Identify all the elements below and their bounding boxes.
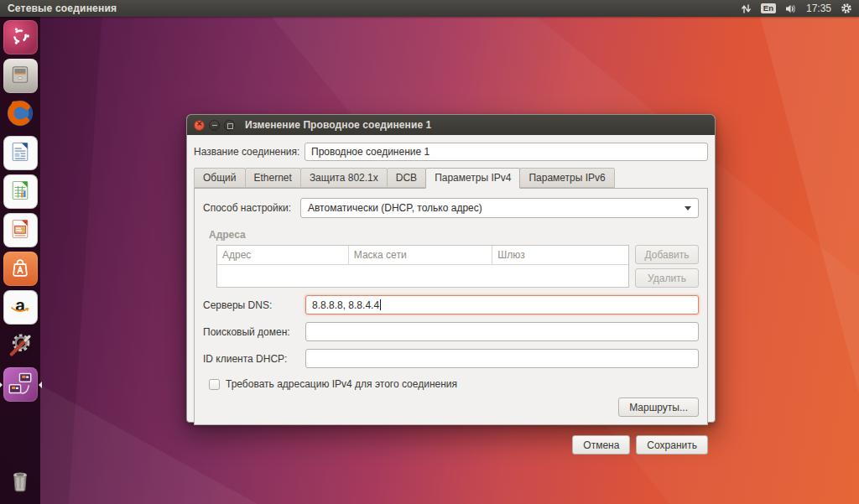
- dhcp-client-id-row: ID клиента DHCP:: [203, 349, 699, 368]
- connection-name-input[interactable]: Проводное соединение 1: [305, 143, 708, 161]
- addresses-table-header: Адрес Маска сети Шлюз: [217, 246, 628, 265]
- ipv4-tab-panel: Способ настройки: Автоматически (DHCP, т…: [194, 188, 708, 425]
- dns-label: Серверы DNS:: [203, 299, 305, 311]
- launcher-item-system-settings[interactable]: [3, 329, 38, 363]
- chevron-down-icon: [685, 206, 691, 210]
- tab-8021x-security[interactable]: Защита 802.1x: [300, 168, 388, 188]
- connection-name-row: Название соединения: Проводное соединени…: [194, 143, 708, 161]
- delete-address-button[interactable]: Удалить: [635, 268, 699, 288]
- column-header-gateway[interactable]: Шлюз: [492, 246, 628, 264]
- require-ipv4-checkbox[interactable]: [209, 379, 220, 390]
- dns-row: Серверы DNS: 8.8.8.8, 8.8.4.4: [203, 295, 699, 314]
- launcher-item-ubuntu-software-center[interactable]: [3, 252, 38, 286]
- addresses-buttons: Добавить Удалить: [635, 245, 699, 288]
- dialog-titlebar[interactable]: Изменение Проводное соединение 1: [187, 115, 715, 135]
- dns-servers-input[interactable]: 8.8.8.8, 8.8.4.4: [305, 295, 699, 314]
- launcher-item-trash[interactable]: [3, 465, 38, 499]
- method-label: Способ настройки:: [203, 202, 300, 214]
- tab-ethernet[interactable]: Ethernet: [245, 168, 301, 188]
- require-ipv4-label: Требовать адресацию IPv4 для этого соеди…: [226, 378, 457, 390]
- method-row: Способ настройки: Автоматически (DHCP, т…: [203, 198, 699, 218]
- addresses-area: Адрес Маска сети Шлюз Добавить Удалить: [216, 245, 699, 288]
- trash-can-icon: [8, 467, 33, 497]
- tab-ipv6-settings[interactable]: Параметры IPv6: [519, 168, 614, 188]
- running-indicator-arrow: [0, 382, 3, 388]
- launcher-item-dash-home[interactable]: [3, 20, 38, 55]
- save-button[interactable]: Сохранить: [636, 435, 708, 455]
- focused-indicator-arrow: [39, 382, 42, 388]
- panel-window-title: Сетевые соединения: [0, 3, 117, 14]
- calc-spreadsheet-icon: [8, 179, 32, 205]
- firefox-icon: [5, 98, 35, 132]
- dialog-body: Название соединения: Проводное соединени…: [187, 135, 715, 463]
- unity-launcher: a: [0, 17, 40, 504]
- volume-icon[interactable]: [785, 3, 797, 14]
- add-address-button[interactable]: Добавить: [635, 245, 699, 264]
- maximize-button[interactable]: [224, 120, 235, 131]
- addresses-section-label: Адреса: [209, 229, 699, 241]
- tab-bar: Общий Ethernet Защита 802.1x DCB Парамет…: [194, 168, 708, 188]
- dialog-title: Изменение Проводное соединение 1: [245, 119, 431, 131]
- cancel-button[interactable]: Отмена: [572, 435, 630, 455]
- indicator-tray: En 17:35: [741, 3, 859, 14]
- settings-gear-wrench-icon: [7, 331, 34, 361]
- minimize-button[interactable]: [209, 120, 220, 131]
- launcher-item-network-connections[interactable]: [3, 367, 38, 402]
- network-connections-icon: [8, 371, 33, 399]
- impress-presentation-icon: [8, 217, 32, 244]
- launcher-item-firefox[interactable]: [3, 97, 38, 132]
- launcher-item-files[interactable]: [3, 59, 38, 93]
- file-cabinet-icon: [9, 64, 31, 89]
- require-ipv4-row: Требовать адресацию IPv4 для этого соеди…: [209, 378, 699, 390]
- session-gear-icon[interactable]: [841, 3, 852, 14]
- column-header-netmask[interactable]: Маска сети: [349, 246, 493, 264]
- ubuntu-logo-icon: [10, 26, 30, 49]
- dhcp-client-id-input[interactable]: [305, 349, 699, 368]
- top-panel: Сетевые соединения En 17:35: [0, 0, 859, 17]
- search-domain-row: Поисковый домен:: [203, 322, 699, 341]
- dialog-actions: Отмена Сохранить: [194, 425, 708, 455]
- clock[interactable]: 17:35: [806, 3, 831, 14]
- amazon-smile-arrow-icon: [10, 303, 31, 318]
- routes-row: Маршруты...: [203, 397, 699, 417]
- dhcp-client-id-label: ID клиента DHCP:: [203, 353, 305, 365]
- edit-connection-dialog: Изменение Проводное соединение 1 Названи…: [186, 114, 716, 423]
- network-updown-icon[interactable]: [741, 3, 752, 14]
- connection-name-label: Название соединения:: [194, 146, 305, 158]
- tab-dcb[interactable]: DCB: [387, 168, 426, 188]
- tab-general[interactable]: Общий: [194, 168, 246, 188]
- launcher-item-libreoffice-writer[interactable]: [3, 136, 38, 170]
- addresses-table[interactable]: Адрес Маска сети Шлюз: [216, 245, 629, 288]
- launcher-item-libreoffice-calc[interactable]: [3, 174, 38, 209]
- keyboard-layout-indicator[interactable]: En: [761, 3, 776, 13]
- launcher-item-amazon[interactable]: a: [3, 290, 38, 325]
- search-domain-label: Поисковый домен:: [203, 326, 305, 338]
- routes-button[interactable]: Маршруты...: [618, 397, 699, 417]
- launcher-item-libreoffice-impress[interactable]: [3, 213, 38, 247]
- method-dropdown[interactable]: Автоматически (DHCP, только адрес): [300, 198, 699, 218]
- writer-document-icon: [8, 140, 32, 167]
- tab-ipv4-settings[interactable]: Параметры IPv4: [425, 168, 520, 189]
- column-header-address[interactable]: Адрес: [217, 246, 349, 264]
- search-domain-input[interactable]: [305, 322, 699, 341]
- software-center-bag-icon: [8, 256, 32, 283]
- close-button[interactable]: [194, 120, 205, 131]
